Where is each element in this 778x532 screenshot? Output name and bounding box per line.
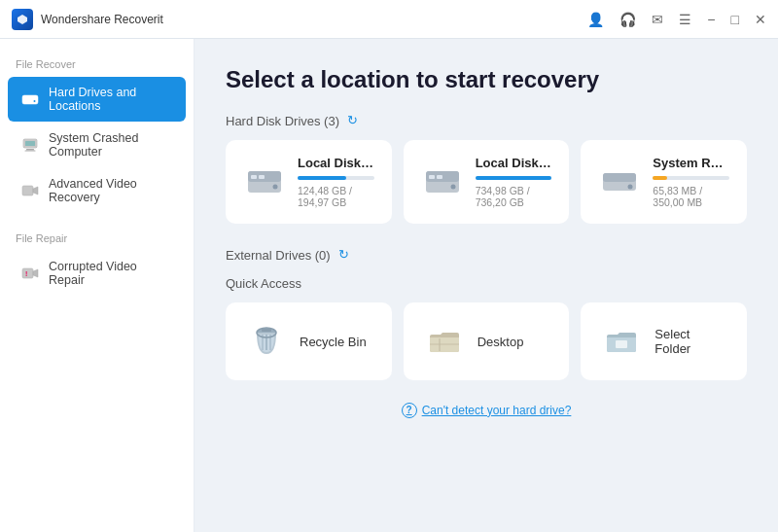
- page-title: Select a location to start recovery: [226, 66, 747, 93]
- svg-marker-11: [33, 269, 38, 277]
- sidebar-item-hard-drives[interactable]: Hard Drives and Locations: [8, 77, 186, 122]
- mail-icon[interactable]: ✉: [652, 12, 663, 27]
- advanced-video-icon: [21, 182, 39, 199]
- sidebar: File Recover Hard Drives and Locations: [0, 39, 194, 532]
- drive-system-icon: [598, 160, 641, 203]
- drive-system-bar-track: [653, 176, 729, 180]
- quick-card-recycle-bin[interactable]: Recycle Bin: [226, 302, 392, 380]
- quick-card-desktop[interactable]: Desktop: [404, 302, 570, 380]
- external-refresh-button[interactable]: ↻: [338, 247, 354, 263]
- svg-marker-9: [33, 187, 38, 195]
- drive-e-bar-track: [476, 176, 552, 180]
- drive-c-bar-track: [298, 176, 374, 180]
- hard-drive-icon: [21, 90, 39, 108]
- drive-card-e[interactable]: Local Disk(E:) 734,98 GB / 736,20 GB: [404, 140, 570, 224]
- svg-rect-20: [429, 175, 435, 179]
- corrupted-video-icon: !: [21, 265, 39, 282]
- svg-text:!: !: [25, 270, 27, 277]
- maximize-button[interactable]: □: [731, 12, 739, 27]
- file-repair-label: File Repair: [0, 223, 194, 250]
- svg-point-17: [273, 185, 278, 190]
- sidebar-item-corrupted-video[interactable]: ! Corrupted Video Repair: [8, 251, 186, 296]
- sidebar-item-crashed-computer[interactable]: System Crashed Computer: [8, 123, 186, 167]
- drive-e-info: Local Disk(E:) 734,98 GB / 736,20 GB: [476, 156, 552, 208]
- account-icon[interactable]: 👤: [587, 12, 604, 27]
- drive-c-icon: [243, 160, 286, 203]
- drive-system-info: System Reserved 65,83 MB / 350,00 MB: [653, 156, 729, 208]
- hard-disk-section-header: Hard Disk Drives (3) ↻: [226, 113, 747, 128]
- svg-point-22: [450, 185, 455, 190]
- svg-rect-8: [22, 186, 33, 195]
- select-folder-label: Select Folder: [654, 327, 725, 356]
- hard-disk-refresh-button[interactable]: ↻: [347, 113, 363, 128]
- drive-c-info: Local Disk(C:) 124,48 GB / 194,97 GB: [298, 156, 374, 208]
- sidebar-item-advanced-video[interactable]: Advanced Video Recovery: [8, 168, 186, 213]
- svg-rect-31: [262, 329, 271, 332]
- app-logo: [12, 9, 33, 30]
- app-body: File Recover Hard Drives and Locations: [0, 39, 778, 532]
- drive-c-space: 124,48 GB / 194,97 GB: [298, 185, 374, 208]
- drive-c-name: Local Disk(C:): [298, 156, 374, 170]
- external-section-header: External Drives (0) ↻: [226, 247, 747, 263]
- drive-e-icon: [421, 160, 464, 203]
- svg-rect-16: [259, 175, 265, 179]
- crashed-computer-icon: [21, 136, 39, 154]
- select-folder-icon: [602, 322, 641, 361]
- drive-card-system[interactable]: System Reserved 65,83 MB / 350,00 MB: [581, 140, 747, 224]
- drive-card-c[interactable]: Local Disk(C:) 124,48 GB / 194,97 GB: [226, 140, 392, 224]
- sidebar-item-corrupted-label: Corrupted Video Repair: [49, 260, 172, 287]
- main-content: Select a location to start recovery Hard…: [194, 39, 778, 532]
- drive-e-bar-fill: [476, 176, 551, 180]
- titlebar: Wondershare Recoverit 👤 🎧 ✉ ☰ − □ ✕: [0, 0, 778, 39]
- svg-rect-34: [616, 340, 627, 348]
- menu-icon[interactable]: ☰: [679, 12, 691, 27]
- svg-rect-5: [25, 141, 35, 146]
- svg-rect-6: [26, 149, 34, 151]
- content-footer: Can't detect your hard drive?: [226, 400, 747, 418]
- svg-rect-24: [603, 173, 636, 182]
- sidebar-item-crashed-label: System Crashed Computer: [49, 131, 172, 159]
- quick-access-header: Quick Access: [226, 276, 747, 291]
- sidebar-item-hard-drives-label: Hard Drives and Locations: [49, 86, 172, 113]
- hard-disk-section-label: Hard Disk Drives (3): [226, 114, 339, 128]
- app-title: Wondershare Recoverit: [41, 13, 587, 26]
- drive-system-space: 65,83 MB / 350,00 MB: [653, 185, 729, 208]
- desktop-icon: [425, 322, 464, 361]
- svg-rect-1: [22, 95, 38, 99]
- svg-rect-15: [251, 175, 257, 179]
- file-recover-label: File Recover: [0, 49, 194, 76]
- quick-access-grid: Recycle Bin Desktop: [226, 302, 747, 380]
- detect-link[interactable]: Can't detect your hard drive?: [402, 403, 572, 418]
- window-controls: 👤 🎧 ✉ ☰ − □ ✕: [587, 12, 766, 27]
- svg-point-25: [628, 185, 633, 190]
- external-section-label: External Drives (0): [226, 248, 331, 263]
- minimize-button[interactable]: −: [707, 13, 715, 26]
- support-icon[interactable]: 🎧: [619, 12, 636, 27]
- svg-rect-7: [25, 151, 36, 152]
- recycle-bin-icon: [247, 322, 286, 361]
- desktop-label: Desktop: [477, 335, 524, 349]
- drive-system-bar-fill: [653, 176, 667, 180]
- sidebar-item-video-label: Advanced Video Recovery: [49, 177, 172, 204]
- drive-e-name: Local Disk(E:): [476, 156, 552, 170]
- quick-card-select-folder[interactable]: Select Folder: [581, 302, 747, 380]
- drives-grid: Local Disk(C:) 124,48 GB / 194,97 GB: [226, 140, 747, 224]
- svg-point-2: [34, 100, 36, 102]
- svg-rect-21: [437, 175, 442, 179]
- quick-access-label: Quick Access: [226, 276, 301, 291]
- drive-system-name: System Reserved: [653, 156, 729, 170]
- svg-rect-10: [22, 268, 33, 278]
- recycle-bin-label: Recycle Bin: [300, 335, 367, 349]
- drive-c-bar-fill: [298, 176, 346, 180]
- drive-e-space: 734,98 GB / 736,20 GB: [476, 185, 552, 208]
- close-button[interactable]: ✕: [755, 12, 766, 27]
